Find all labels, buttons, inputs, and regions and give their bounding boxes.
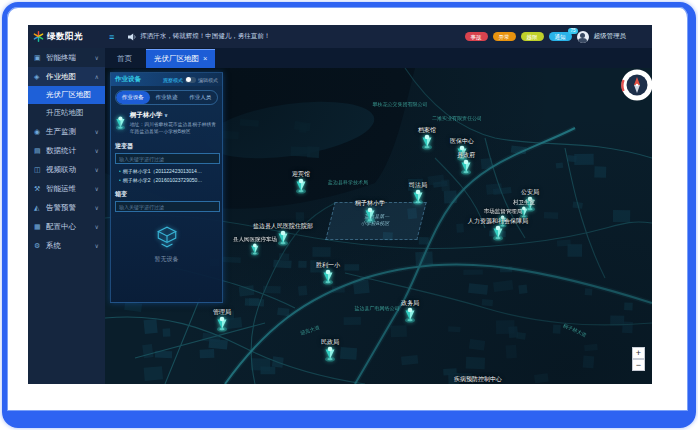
chevron-icon: ∨: [95, 242, 99, 249]
badge-count: 75: [568, 28, 577, 34]
beacon-icon[interactable]: [404, 307, 416, 323]
map-marker[interactable]: 县政府: [457, 152, 475, 175]
logo-star-icon: [33, 31, 44, 42]
chevron-icon: ∨: [95, 54, 99, 61]
section-label: 逆变器: [111, 137, 222, 153]
map-icon: ◈: [34, 73, 43, 81]
station-select[interactable]: 桐子林小学 ∨: [130, 111, 218, 120]
sidebar-item-alert[interactable]: ◭告警预警∨: [28, 198, 105, 217]
road-label: 攀枝花公交集团有限公司: [373, 101, 428, 107]
filter-input[interactable]: [115, 201, 220, 212]
sidebar-item-terminal[interactable]: ▣智能终端∨: [28, 48, 105, 67]
gear-icon: ⚙: [34, 242, 43, 250]
page-tab[interactable]: 首页: [113, 50, 136, 68]
video-icon: ◫: [34, 166, 43, 174]
beacon-icon[interactable]: [216, 316, 228, 332]
sidebar-item-map[interactable]: ◈作业地图∧: [28, 67, 105, 86]
close-icon[interactable]: ×: [203, 54, 207, 63]
alert-icon: ◭: [34, 204, 43, 212]
zoom-out-button[interactable]: −: [632, 359, 645, 371]
avatar[interactable]: [577, 31, 589, 43]
sidebar-item-gear[interactable]: ⚙系统∨: [28, 236, 105, 255]
alarm-badges: 事故异常越限通知75: [465, 32, 572, 41]
device-list-item[interactable]: •桐子林小学2（201601023729050…: [119, 176, 218, 185]
marker-label: 县人民医院停车场: [233, 236, 277, 243]
marker-label: 市场监督管理局: [484, 208, 523, 215]
sidebar-item-ops[interactable]: ⚒智能运维∨: [28, 179, 105, 198]
beacon-icon[interactable]: [460, 159, 472, 175]
map-marker[interactable]: 县人民医院停车场: [233, 236, 277, 256]
map-marker[interactable]: 疾病预防控制中心: [454, 376, 502, 383]
config-icon: ▦: [34, 223, 43, 231]
chevron-icon: ∨: [95, 204, 99, 211]
map-marker[interactable]: 胜利一小: [316, 262, 340, 285]
beacon-icon[interactable]: [250, 243, 260, 256]
page-tab[interactable]: 光伏厂区地图×: [146, 49, 215, 68]
beacon-icon[interactable]: [295, 178, 307, 194]
ops-icon: ⚒: [34, 185, 43, 193]
header-right: 事故异常越限通知75 超级管理员: [465, 25, 627, 48]
alarm-badge[interactable]: 事故: [465, 32, 488, 41]
speaker-icon: [128, 33, 136, 41]
sidebar: ▣智能终端∨◈作业地图∧光伏厂区地图升压站地图◉生产监测∨▤数据统计∨◫视频联动…: [28, 48, 105, 384]
sidebar-item-config[interactable]: ▦配置中心∨: [28, 217, 105, 236]
monitor-icon: ◉: [34, 128, 43, 136]
alarm-badge[interactable]: 通知75: [549, 32, 572, 41]
empty-state: 暂无设备: [111, 226, 222, 264]
compass-control[interactable]: [620, 68, 654, 102]
mode-toggle[interactable]: [185, 77, 196, 83]
beacon-icon[interactable]: [322, 269, 334, 285]
stats-icon: ▤: [34, 147, 43, 155]
sidebar-subitem[interactable]: 升压站地图: [28, 104, 105, 122]
tab-bar: 首页光伏厂区地图×: [105, 48, 652, 68]
chevron-down-icon: ∨: [164, 112, 168, 118]
map-marker[interactable]: 民政局: [321, 339, 339, 362]
sidebar-collapse-icon[interactable]: ≡: [109, 32, 114, 42]
beacon-icon[interactable]: [277, 230, 289, 246]
panel-header: 作业设备 观察模式 编辑模式: [111, 73, 222, 86]
app-window: 绿数阳光 ≡ 挥洒汗水，铸就辉煌！中国健儿，勇往直前！ 事故异常越限通知75 超…: [28, 25, 652, 384]
map-canvas[interactable]: 盐边县第一 小学校B校区 攀枝花公交集团有限公司二滩实业有限责任公司盐边县科学技…: [105, 68, 652, 384]
marker-label: 人力资源和社会保障局: [468, 218, 528, 225]
alarm-badge[interactable]: 越限: [521, 32, 544, 41]
mode-observe-label[interactable]: 观察模式: [163, 77, 183, 83]
beacon-icon[interactable]: [412, 189, 424, 205]
road-label: 盐边县广电网络公司: [355, 305, 400, 311]
marker-label: 县政府: [457, 152, 475, 159]
zoom-in-button[interactable]: +: [632, 347, 645, 359]
mode-edit-label[interactable]: 编辑模式: [198, 77, 218, 83]
beacon-icon[interactable]: [324, 346, 336, 362]
map-marker[interactable]: 管理局: [213, 309, 231, 332]
map-marker[interactable]: 档案馆: [418, 127, 436, 150]
marker-label: 胜利一小: [316, 262, 340, 269]
chevron-icon: ∨: [95, 185, 99, 192]
map-marker[interactable]: 桐子林小学: [355, 200, 385, 223]
panel-tab[interactable]: 作业人员: [183, 91, 217, 104]
filter-input[interactable]: [115, 153, 220, 164]
map-marker[interactable]: 迎宾馆: [292, 171, 310, 194]
panel-tab[interactable]: 作业设备: [116, 91, 150, 104]
alarm-badge[interactable]: 异常: [493, 32, 516, 41]
sidebar-item-video[interactable]: ◫视频联动∨: [28, 160, 105, 179]
sidebar-item-monitor[interactable]: ◉生产监测∨: [28, 122, 105, 141]
beacon-icon[interactable]: [492, 225, 504, 241]
marker-label: 政务局: [401, 300, 419, 307]
marker-label: 迎宾馆: [292, 171, 310, 178]
marker-label: 民政局: [321, 339, 339, 346]
marker-label: 村卫生室: [513, 199, 535, 206]
empty-box-icon: [155, 226, 179, 248]
logo: 绿数阳光: [28, 31, 105, 43]
map-marker[interactable]: 人力资源和社会保障局: [468, 218, 528, 241]
sidebar-item-stats[interactable]: ▤数据统计∨: [28, 141, 105, 160]
sidebar-subitem[interactable]: 光伏厂区地图: [28, 86, 105, 104]
panel-tab[interactable]: 作业轨迹: [150, 91, 184, 104]
chevron-icon: ∨: [95, 147, 99, 154]
beacon-icon[interactable]: [364, 207, 376, 223]
map-marker[interactable]: 司法局: [409, 182, 427, 205]
announcement-text: 挥洒汗水，铸就辉煌！中国健儿，勇往直前！: [140, 32, 270, 41]
beacon-icon[interactable]: [421, 134, 433, 150]
chevron-icon: ∨: [95, 166, 99, 173]
device-list-item[interactable]: •桐子林小学1（201122423013014…: [119, 167, 218, 176]
map-marker[interactable]: 政务局: [401, 300, 419, 323]
marker-label: 医保中心: [450, 138, 474, 145]
